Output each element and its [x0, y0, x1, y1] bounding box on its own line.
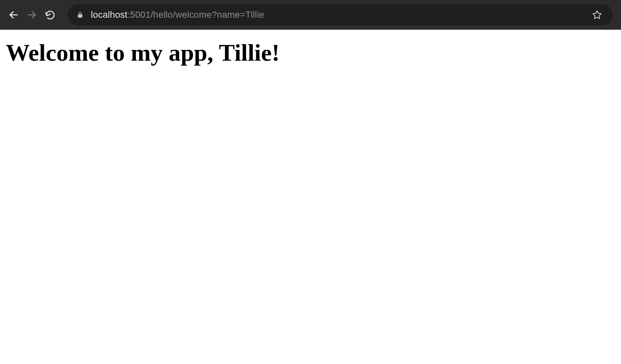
reload-icon — [45, 10, 55, 20]
browser-toolbar: localhost:5001/hello/welcome?name=Tillie — [0, 0, 621, 30]
url-path: :5001/hello/welcome?name=Tillie — [128, 9, 264, 20]
star-icon — [592, 10, 602, 20]
reload-button[interactable] — [45, 9, 55, 20]
back-button[interactable] — [8, 9, 19, 20]
nav-buttons — [8, 9, 55, 20]
url-display: localhost:5001/hello/welcome?name=Tillie — [91, 9, 264, 20]
page-content: Welcome to my app, Tillie! — [0, 30, 621, 76]
svg-marker-2 — [593, 11, 601, 19]
forward-button[interactable] — [26, 9, 37, 20]
page-heading: Welcome to my app, Tillie! — [6, 39, 615, 66]
forward-icon — [26, 9, 37, 20]
lock-icon — [77, 11, 83, 19]
url-host: localhost — [91, 9, 128, 20]
back-icon — [8, 9, 19, 20]
bookmark-button[interactable] — [592, 10, 604, 20]
address-bar[interactable]: localhost:5001/hello/welcome?name=Tillie — [68, 4, 613, 26]
